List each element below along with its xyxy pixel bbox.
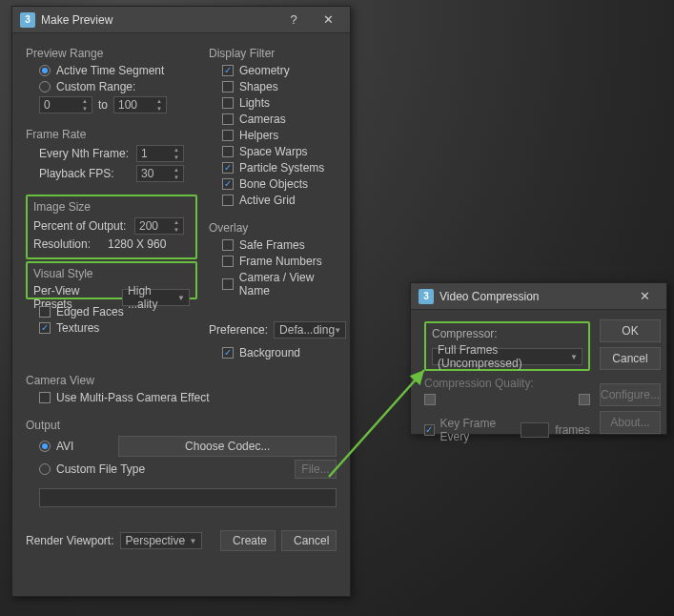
custom-range-label: Custom Range: — [56, 80, 135, 93]
overlay-item-label: Safe Frames — [239, 238, 305, 252]
display-filter-checkbox[interactable] — [222, 130, 234, 141]
quality-slider-right[interactable] — [579, 394, 590, 405]
key-frame-input[interactable] — [521, 422, 549, 438]
configure-button[interactable]: Configure... — [600, 383, 661, 406]
compressor-dropdown[interactable]: Full Frames (Uncompressed) — [432, 348, 582, 365]
range-end-spinner[interactable]: 100 ▲▼ — [113, 96, 167, 113]
cancel-button[interactable]: Cancel — [600, 347, 661, 370]
resolution-value: 1280 X 960 — [108, 237, 166, 251]
display-filter-label: Display Filter — [209, 47, 346, 60]
cancel-button[interactable]: Cancel — [281, 530, 337, 551]
custom-range-radio[interactable] — [39, 81, 51, 92]
app-icon: 3 — [20, 12, 35, 28]
dialog-title: Make Preview — [41, 13, 274, 27]
preference-label: Preference: — [209, 323, 268, 337]
frames-label: frames — [555, 423, 590, 437]
textures-label: Textures — [56, 321, 99, 335]
overlay-label: Overlay — [209, 221, 346, 235]
display-filter-checkbox[interactable] — [222, 81, 234, 92]
textures-checkbox[interactable] — [39, 322, 51, 334]
overlay-item-label: Camera / View Name — [239, 271, 346, 298]
preference-dropdown[interactable]: Defa...ding — [274, 321, 346, 339]
avi-label: AVI — [56, 440, 113, 453]
render-viewport-dropdown[interactable]: Perspective — [120, 532, 202, 549]
every-nth-spinner[interactable]: 1 ▲▼ — [136, 145, 184, 162]
edged-faces-checkbox[interactable] — [39, 306, 51, 318]
dialog-title: Video Compression — [439, 290, 624, 303]
display-filter-checkbox[interactable] — [222, 178, 234, 190]
display-filter-item-label: Active Grid — [239, 194, 296, 207]
multi-pass-label: Use Multi-Pass Camera Effect — [56, 391, 210, 404]
display-filter-checkbox[interactable] — [222, 162, 234, 174]
create-button[interactable]: Create — [220, 530, 276, 551]
range-start-spinner[interactable]: 0 ▲▼ — [39, 96, 92, 113]
visual-style-highlight: Visual Style Per-View Presets High ...al… — [26, 261, 197, 299]
display-filter-item-label: Helpers — [239, 129, 278, 142]
playback-fps-spinner[interactable]: 30 ▲▼ — [136, 165, 184, 182]
visual-style-label: Visual Style — [33, 267, 190, 280]
close-button[interactable]: ✕ — [314, 12, 342, 27]
display-filter-item-label: Shapes — [239, 80, 278, 93]
resolution-label: Resolution: — [33, 237, 102, 251]
every-nth-label: Every Nth Frame: — [39, 147, 131, 160]
help-button[interactable]: ? — [279, 12, 308, 27]
multi-pass-checkbox[interactable] — [39, 392, 51, 403]
background-checkbox[interactable] — [222, 347, 234, 359]
background-label: Background — [239, 346, 300, 359]
app-icon: 3 — [419, 289, 434, 304]
overlay-checkbox[interactable] — [222, 278, 234, 290]
ok-button[interactable]: OK — [600, 319, 661, 342]
overlay-checkbox[interactable] — [222, 239, 234, 251]
display-filter-checkbox[interactable] — [222, 195, 234, 206]
choose-codec-button[interactable]: Choose Codec... — [118, 436, 337, 457]
active-time-segment-label: Active Time Segment — [56, 64, 164, 77]
render-viewport-label: Render Viewport: — [26, 534, 114, 547]
key-frame-label: Key Frame Every — [440, 417, 516, 443]
display-filter-item-label: Space Warps — [239, 145, 308, 158]
avi-radio[interactable] — [39, 441, 51, 452]
percent-output-spinner[interactable]: 200 ▲▼ — [134, 217, 184, 235]
output-label: Output — [26, 419, 337, 432]
image-size-label: Image Size — [33, 200, 190, 214]
quality-label: Compression Quality: — [424, 377, 590, 390]
range-to-label: to — [98, 98, 108, 112]
display-filter-checkbox[interactable] — [222, 146, 234, 157]
video-compression-dialog: 3 Video Compression ✕ Compressor: Full F… — [410, 282, 667, 435]
display-filter-checkbox[interactable] — [222, 65, 234, 76]
output-path-textbox[interactable] — [39, 488, 337, 507]
display-filter-item-label: Particle Systems — [239, 161, 324, 175]
display-filter-item-label: Cameras — [239, 113, 286, 126]
video-compression-titlebar[interactable]: 3 Video Compression ✕ — [411, 283, 666, 310]
file-button[interactable]: File... — [295, 460, 337, 479]
display-filter-checkbox[interactable] — [222, 113, 234, 125]
close-button[interactable]: ✕ — [630, 289, 659, 303]
preview-range-label: Preview Range — [26, 47, 197, 60]
display-filter-item-label: Bone Objects — [239, 177, 308, 191]
quality-slider-left[interactable] — [424, 394, 436, 405]
custom-file-type-radio[interactable] — [39, 463, 51, 475]
display-filter-item-label: Geometry — [239, 64, 290, 77]
active-time-segment-radio[interactable] — [39, 65, 51, 76]
about-button[interactable]: About... — [600, 411, 661, 434]
frame-rate-label: Frame Rate — [26, 128, 197, 141]
overlay-item-label: Frame Numbers — [239, 255, 322, 268]
playback-fps-label: Playback FPS: — [39, 167, 131, 180]
display-filter-checkbox[interactable] — [222, 97, 234, 109]
percent-output-label: Percent of Output: — [33, 219, 129, 233]
custom-file-type-label: Custom File Type — [56, 462, 289, 476]
make-preview-dialog: 3 Make Preview ? ✕ Preview Range Active … — [11, 6, 351, 597]
display-filter-item-label: Lights — [239, 96, 270, 110]
edged-faces-label: Edged Faces — [56, 305, 124, 318]
compressor-label: Compressor: — [432, 327, 582, 340]
image-size-highlight: Image Size Percent of Output: 200 ▲▼ Res… — [26, 195, 197, 259]
per-view-presets-dropdown[interactable]: High ...ality — [122, 289, 190, 306]
camera-view-label: Camera View — [26, 374, 337, 387]
key-frame-checkbox[interactable] — [424, 424, 435, 436]
make-preview-titlebar[interactable]: 3 Make Preview ? ✕ — [12, 7, 350, 33]
overlay-checkbox[interactable] — [222, 256, 234, 267]
compressor-highlight: Compressor: Full Frames (Uncompressed) — [424, 321, 590, 371]
